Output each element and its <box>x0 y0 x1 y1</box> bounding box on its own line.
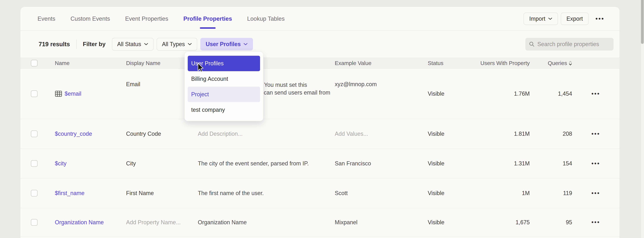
chevron-down-icon <box>144 43 148 46</box>
lexicon-panel: Events Custom Events Event Properties Pr… <box>20 7 620 238</box>
import-button[interactable]: Import <box>524 13 558 25</box>
description-cell[interactable]: The first name of the user. <box>198 190 335 196</box>
active-tab-underline <box>200 27 216 29</box>
example-value-cell[interactable]: Mixpanel <box>335 219 428 226</box>
row-actions-icon[interactable]: ••• <box>592 219 600 225</box>
display-name-cell[interactable]: Country Code <box>126 131 198 137</box>
column-header-queries[interactable]: Queries <box>530 60 572 66</box>
status-cell[interactable]: Visible <box>428 190 471 196</box>
row-checkbox[interactable] <box>31 219 38 226</box>
users-with-property-cell: 1.31M <box>471 160 530 167</box>
profile-type-dropdown-menu: User Profiles Billing Account Project te… <box>184 52 263 121</box>
row-checkbox[interactable] <box>31 131 38 137</box>
example-value-cell[interactable]: Scott <box>335 190 428 196</box>
export-button[interactable]: Export <box>561 13 588 25</box>
select-all-checkbox[interactable] <box>31 60 38 66</box>
table-row: $city City The city of the event sender,… <box>20 149 620 178</box>
property-name-link[interactable]: Organization Name <box>55 219 104 226</box>
status-filter-button[interactable]: All Status <box>112 38 154 51</box>
example-value-cell[interactable]: xyz@lmnop.com <box>335 69 428 88</box>
property-name-link[interactable]: $country_code <box>55 131 92 137</box>
queries-cell: 95 <box>530 219 572 226</box>
tab-event-properties[interactable]: Event Properties <box>125 7 168 31</box>
queries-header-label: Queries <box>548 60 567 66</box>
description-cell[interactable]: Add Description... <box>198 131 335 137</box>
table-row: $country_code Country Code Add Descripti… <box>20 119 620 149</box>
status-cell[interactable]: Visible <box>428 160 471 167</box>
profile-type-filter-label: User Profiles <box>206 41 241 48</box>
users-with-property-cell: 1,675 <box>471 219 530 226</box>
property-name-link[interactable]: $first_name <box>55 190 84 196</box>
page-background: Events Custom Events Event Properties Pr… <box>0 0 644 238</box>
status-cell[interactable]: Visible <box>428 90 471 97</box>
tab-list: Events Custom Events Event Properties Pr… <box>38 7 285 31</box>
tab-custom-events[interactable]: Custom Events <box>70 7 110 31</box>
tab-label: Lookup Tables <box>247 16 285 22</box>
results-count: 719 results <box>38 41 70 48</box>
chevron-down-icon <box>548 18 552 20</box>
example-value-cell[interactable]: Add Values... <box>335 131 428 137</box>
table-row: $first_name First Name The first name of… <box>20 178 620 208</box>
more-options-icon[interactable]: ••• <box>596 15 604 22</box>
profile-type-filter-button[interactable]: User Profiles <box>200 38 253 51</box>
tab-label: Events <box>38 16 55 22</box>
row-actions-icon[interactable]: ••• <box>592 160 600 167</box>
description-cell[interactable]: Organization Name <box>198 219 335 226</box>
search-icon <box>529 41 534 47</box>
table-grid-icon <box>55 90 62 97</box>
chevron-down-icon <box>244 43 248 46</box>
tab-label: Profile Properties <box>184 16 232 22</box>
status-filter-label: All Status <box>117 41 141 48</box>
description-cell[interactable]: The city of the event sender, parsed fro… <box>198 160 335 167</box>
display-name-cell[interactable]: Add Property Name... <box>126 219 198 226</box>
filter-bar: 719 results Filter by All Status All Typ… <box>20 31 620 58</box>
property-name-link[interactable]: $city <box>55 160 66 167</box>
display-name-cell[interactable]: City <box>126 160 198 167</box>
users-with-property-cell: 1.76M <box>471 90 530 97</box>
column-header-status[interactable]: Status <box>428 60 471 66</box>
table-row: $email Email The user's email address. Y… <box>20 69 620 119</box>
filter-by-label: Filter by <box>83 41 106 48</box>
status-cell[interactable]: Visible <box>428 219 471 226</box>
queries-cell: 119 <box>530 190 572 196</box>
vertical-scrollbar[interactable] <box>641 0 644 238</box>
property-name-link[interactable]: $email <box>64 90 81 97</box>
scrollbar-thumb[interactable] <box>641 0 644 44</box>
dropdown-item-billing-account[interactable]: Billing Account <box>188 71 260 87</box>
queries-cell: 154 <box>530 160 572 167</box>
divider <box>76 40 76 49</box>
queries-cell: 1,454 <box>530 90 572 97</box>
row-actions-icon[interactable]: ••• <box>592 190 600 196</box>
row-checkbox[interactable] <box>31 190 38 196</box>
import-button-label: Import <box>529 16 545 22</box>
status-cell[interactable]: Visible <box>428 131 471 137</box>
row-actions-icon[interactable]: ••• <box>592 90 600 97</box>
table-row: Organization Name Add Property Name... O… <box>20 208 620 237</box>
toolbar-actions: Import Export ••• <box>524 13 604 25</box>
search-box[interactable] <box>525 38 614 51</box>
display-name-cell[interactable]: First Name <box>126 190 198 196</box>
column-header-name[interactable]: Name <box>55 60 126 66</box>
types-filter-label: All Types <box>162 41 185 48</box>
types-filter-button[interactable]: All Types <box>157 38 197 51</box>
dropdown-item-user-profiles[interactable]: User Profiles <box>188 56 260 71</box>
tab-profile-properties[interactable]: Profile Properties <box>184 7 232 31</box>
column-header-example-value[interactable]: Example Value <box>335 60 428 66</box>
search-input[interactable] <box>537 41 610 48</box>
sort-icon[interactable] <box>569 60 572 66</box>
row-checkbox[interactable] <box>31 160 38 167</box>
row-actions-icon[interactable]: ••• <box>592 131 600 137</box>
tab-label: Custom Events <box>70 16 110 22</box>
tab-lookup-tables[interactable]: Lookup Tables <box>247 7 285 31</box>
export-button-label: Export <box>566 16 583 22</box>
table-header: Name Display Name Example Value Status U… <box>20 58 620 69</box>
column-header-users-with-property[interactable]: Users With Property <box>471 60 530 66</box>
tab-events[interactable]: Events <box>38 7 55 31</box>
dropdown-item-test-company[interactable]: test company <box>188 102 260 118</box>
users-with-property-cell: 1M <box>471 190 530 196</box>
example-value-cell[interactable]: San Francisco <box>335 160 428 167</box>
row-checkbox[interactable] <box>31 90 38 97</box>
dropdown-item-project[interactable]: Project <box>188 87 260 102</box>
chevron-down-icon <box>188 43 192 46</box>
tab-label: Event Properties <box>125 16 168 22</box>
